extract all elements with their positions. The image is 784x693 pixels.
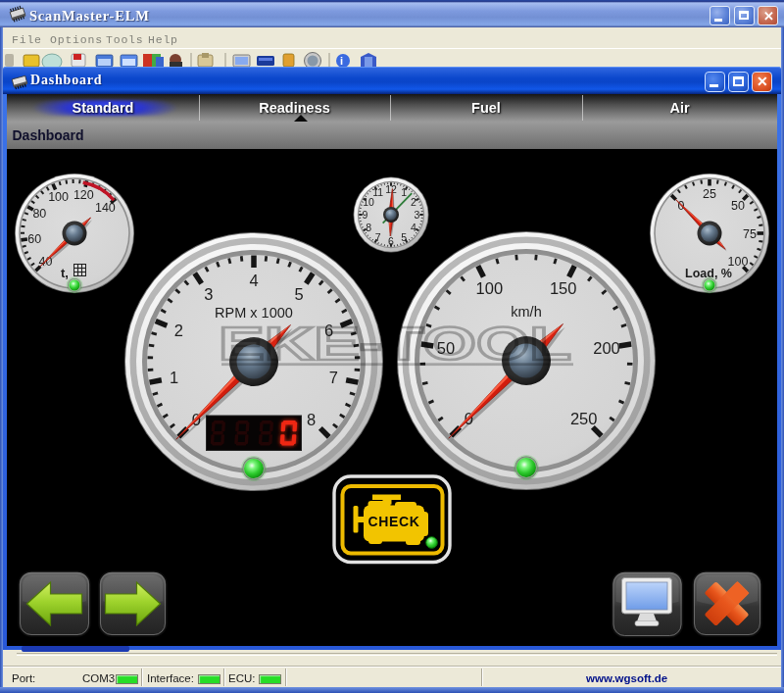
svg-text:150: 150 — [550, 279, 577, 297]
svg-text:25: 25 — [703, 187, 716, 201]
svg-text:EKE-TOOL: EKE-TOOL — [219, 317, 571, 370]
svg-text:4: 4 — [411, 222, 416, 233]
svg-text:75: 75 — [743, 227, 757, 241]
svg-text:2: 2 — [174, 322, 183, 339]
svg-text:120: 120 — [74, 188, 94, 202]
svg-text:i: i — [340, 55, 343, 67]
svg-text:80: 80 — [32, 207, 46, 221]
svg-text:12: 12 — [385, 183, 397, 195]
svg-text:4: 4 — [249, 272, 258, 289]
svg-text:5: 5 — [295, 285, 304, 303]
svg-text:100: 100 — [476, 279, 504, 297]
svg-text:50: 50 — [731, 199, 745, 213]
svg-text:60: 60 — [27, 232, 41, 246]
svg-text:3: 3 — [415, 209, 420, 221]
svg-text:8: 8 — [366, 222, 371, 233]
svg-text:1: 1 — [401, 186, 407, 198]
svg-text:2: 2 — [411, 196, 416, 208]
svg-text:8: 8 — [307, 411, 316, 428]
svg-text:3: 3 — [204, 285, 213, 303]
svg-text:250: 250 — [570, 410, 598, 427]
svg-text:CHECK: CHECK — [368, 514, 420, 529]
svg-text:200: 200 — [593, 339, 620, 357]
svg-text:1: 1 — [170, 369, 178, 386]
svg-text:7: 7 — [375, 231, 381, 243]
svg-text:7: 7 — [329, 369, 338, 386]
svg-text:5: 5 — [401, 231, 407, 243]
svg-text:140: 140 — [95, 201, 116, 215]
svg-text:100: 100 — [48, 190, 69, 204]
svg-text:11: 11 — [372, 186, 383, 198]
svg-text:9: 9 — [363, 209, 368, 221]
svg-text:6: 6 — [388, 235, 394, 247]
svg-text:t,: t, — [61, 266, 69, 280]
